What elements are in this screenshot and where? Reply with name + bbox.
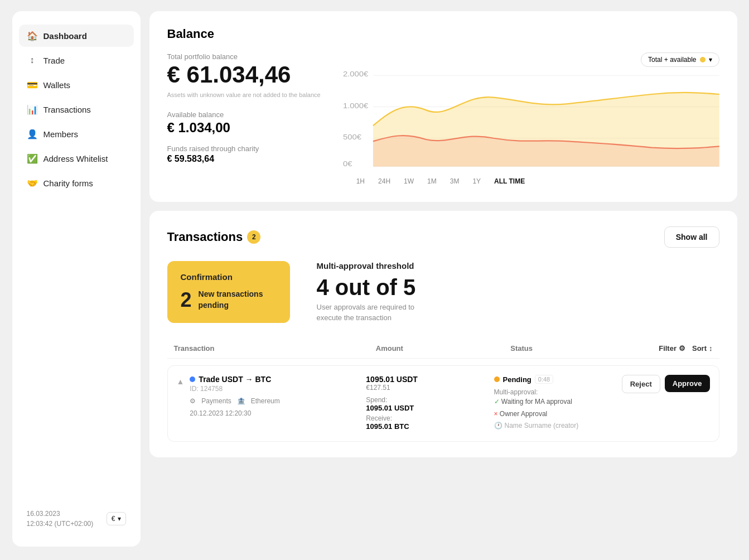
sidebar-item-charity-forms[interactable]: 🤝 Charity forms xyxy=(19,172,134,194)
sidebar-item-trade[interactable]: ↕ Trade xyxy=(19,49,134,71)
table-row: ▲ Trade USDT → BTC ID: 124758 ⚙ Payments… xyxy=(167,365,719,442)
trade-icon: ↕ xyxy=(27,55,38,66)
col-transaction: Transaction xyxy=(174,344,376,353)
tx-receive-label: Receive: xyxy=(366,414,489,422)
time-1m[interactable]: 1M xyxy=(425,176,439,186)
available-balance-amount: € 1.034,00 xyxy=(167,120,321,136)
show-all-button[interactable]: Show all xyxy=(664,226,719,248)
col-amount: Amount xyxy=(376,344,511,353)
tx-actions-col: Reject Approve xyxy=(622,375,710,393)
tx-status-col: Pending 0:48 Multi-approval: ✓ Waiting f… xyxy=(494,375,617,432)
tx-datetime: 20.12.2023 12:20:30 xyxy=(190,409,279,417)
main-content: Balance Total portfolio balance € 61.034… xyxy=(149,11,737,547)
sidebar-item-members[interactable]: 👤 Members xyxy=(19,123,134,145)
sidebar-label-wallets: Wallets xyxy=(44,80,71,90)
transactions-card: Transactions 2 Show all Confirmation 2 N… xyxy=(149,211,737,457)
svg-text:500€: 500€ xyxy=(343,133,361,141)
sidebar-item-transactions[interactable]: 📊 Transactions xyxy=(19,98,134,120)
tx-name-col: Trade USDT → BTC ID: 124758 ⚙ Payments 🏦… xyxy=(190,375,279,417)
total-portfolio-amount: € 61.034,46 xyxy=(167,63,321,86)
tx-multi-label: Multi-approval: xyxy=(494,388,617,396)
svg-text:2.000€: 2.000€ xyxy=(343,71,369,79)
tx-main-grid: ▲ Trade USDT → BTC ID: 124758 ⚙ Payments… xyxy=(177,375,710,432)
balance-title: Balance xyxy=(167,27,719,41)
network: Ethereum xyxy=(251,397,280,405)
multi-approval-label: Multi-approval threshold xyxy=(317,261,428,271)
sidebar-item-address-whitelist[interactable]: ✅ Address Whitelist xyxy=(19,147,134,170)
legend-label: Total + available xyxy=(648,56,696,64)
available-balance-label: Available balance xyxy=(167,110,321,119)
transactions-icon: 📊 xyxy=(27,104,38,115)
table-header: Transaction Amount Status Filter ⚙ Sort … xyxy=(167,339,719,359)
tx-meta: ⚙ Payments 🏦 Ethereum xyxy=(190,397,279,405)
multi-item-3: 🕐 Name Surname (creator) xyxy=(494,420,617,432)
multi-item-1: ✓ Waiting for MA approval xyxy=(494,396,617,408)
tx-status-text: Pending xyxy=(494,375,531,384)
collapse-button[interactable]: ▲ xyxy=(177,377,185,386)
multi-item-2: × Owner Approval xyxy=(494,408,617,421)
transactions-title-row: Transactions 2 xyxy=(167,230,261,244)
tx-datetime-text: 20.12.2023 12:20:30 xyxy=(190,409,251,417)
filter-button[interactable]: Filter ⚙ xyxy=(659,344,685,353)
sidebar-label-address-whitelist: Address Whitelist xyxy=(44,154,108,163)
payment-icon: ⚙ xyxy=(190,397,196,405)
tx-receive-value: 1095.01 BTC xyxy=(366,422,489,431)
time-1h[interactable]: 1H xyxy=(354,176,367,186)
charity-forms-icon: 🤝 xyxy=(27,177,38,189)
sidebar-nav: 🏠 Dashboard ↕ Trade 💳 Wallets 📊 Transact… xyxy=(19,25,134,194)
sidebar-item-dashboard[interactable]: 🏠 Dashboard xyxy=(19,25,134,47)
multi-approval-desc: User approvals are required to execute t… xyxy=(317,302,428,322)
pending-badge: 2 xyxy=(247,230,260,244)
address-whitelist-icon: ✅ xyxy=(27,153,38,164)
tx-spend-label: Spend: xyxy=(366,396,489,404)
tx-multi-items: ✓ Waiting for MA approval × Owner Approv… xyxy=(494,396,617,432)
confirmation-box: Confirmation 2 New transactions pending xyxy=(167,261,290,323)
sidebar-label-transactions: Transactions xyxy=(44,105,91,114)
sort-icon: ↕ xyxy=(709,344,713,353)
time-all[interactable]: ALL TIME xyxy=(492,176,527,186)
charity-label: Funds raised through charity xyxy=(167,144,321,153)
balance-left: Total portfolio balance € 61.034,46 Asse… xyxy=(167,52,321,186)
tx-name: Trade USDT → BTC xyxy=(190,375,279,384)
svg-text:0€: 0€ xyxy=(343,161,352,168)
transactions-title: Transactions xyxy=(167,230,243,244)
svg-text:1.000€: 1.000€ xyxy=(343,102,369,110)
total-portfolio-label: Total portfolio balance xyxy=(167,52,321,61)
sidebar-item-wallets[interactable]: 💳 Wallets xyxy=(19,74,134,96)
time-24h[interactable]: 24H xyxy=(376,176,393,186)
time-1w[interactable]: 1W xyxy=(402,176,416,186)
confirmation-count-row: 2 New transactions pending xyxy=(181,288,277,312)
time-3m[interactable]: 3M xyxy=(448,176,462,186)
chart-legend-button[interactable]: Total + available ▾ xyxy=(641,52,719,67)
sidebar-time: 12:03:42 (UTC+02:00) xyxy=(27,519,94,529)
currency-selector[interactable]: € ▾ xyxy=(107,512,126,525)
legend-dot xyxy=(700,57,705,62)
time-badge: 0:48 xyxy=(535,375,553,384)
balance-chart: 2.000€ 1.000€ 500€ 0€ xyxy=(343,69,719,186)
filter-icon: ⚙ xyxy=(679,344,685,353)
balance-note: Assets with unknown value are not added … xyxy=(167,91,321,99)
chevron-down-icon: ▾ xyxy=(709,56,712,64)
charity-amount: € 59.583,64 xyxy=(167,154,321,164)
tx-status-dot xyxy=(190,376,195,382)
confirmation-label: Confirmation xyxy=(181,272,277,282)
reject-button[interactable]: Reject xyxy=(622,375,660,393)
sidebar-footer: 16.03.2023 12:03:42 (UTC+02:00) € ▾ xyxy=(19,504,134,533)
sidebar-label-dashboard: Dashboard xyxy=(44,31,87,41)
approve-button[interactable]: Approve xyxy=(665,375,710,392)
time-1y[interactable]: 1Y xyxy=(470,176,483,186)
sidebar-label-trade: Trade xyxy=(44,56,65,65)
tx-amount-main: 1095.01 USDT xyxy=(366,375,489,384)
sort-label: Sort xyxy=(692,344,707,353)
payment-type: Payments xyxy=(201,397,231,405)
col-status: Status xyxy=(510,344,645,353)
balance-card: Balance Total portfolio balance € 61.034… xyxy=(149,11,737,202)
pending-dot xyxy=(494,376,500,382)
time-period-selector: 1H 24H 1W 1M 3M 1Y ALL TIME xyxy=(343,176,719,186)
members-icon: 👤 xyxy=(27,128,38,139)
tx-status-row: Pending 0:48 xyxy=(494,375,617,384)
balance-body: Total portfolio balance € 61.034,46 Asse… xyxy=(167,52,719,186)
tx-amount-sub: €127.51 xyxy=(366,384,489,392)
multi-approval-box: Multi-approval threshold 4 out of 5 User… xyxy=(303,261,442,323)
sort-button[interactable]: Sort ↕ xyxy=(692,344,713,353)
